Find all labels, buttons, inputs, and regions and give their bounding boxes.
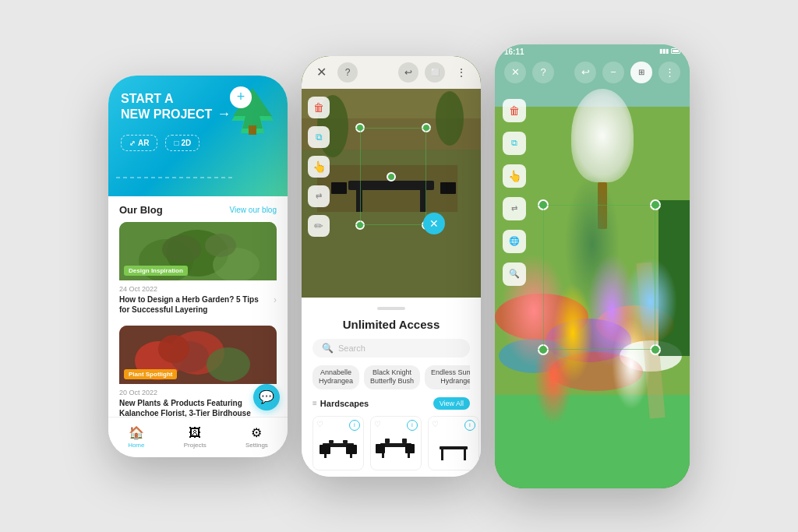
plant-pill-3[interactable]: Endless SummerHydrangea — [425, 365, 470, 389]
ar-handle-center[interactable] — [387, 172, 396, 181]
svg-rect-42 — [440, 446, 468, 449]
header-banner: START A NEW PROJECT → ⤢ AR □ 2D — [108, 76, 288, 196]
plant-pill-2[interactable]: Black KnightButterfly Bush — [364, 365, 420, 389]
svg-point-21 — [436, 91, 464, 146]
flip-btn-3[interactable]: ⇄ — [503, 197, 526, 220]
nav-home[interactable]: 🏠 Home — [128, 425, 144, 449]
badge-2: Plant Spotlight — [124, 369, 177, 379]
grid-icon-3[interactable]: ⊞ — [630, 62, 652, 83]
svg-rect-24 — [356, 190, 362, 212]
p3-line-left — [543, 205, 544, 350]
gesture-btn-3[interactable]: 👆 — [503, 164, 526, 188]
svg-point-9 — [162, 235, 201, 263]
delete-btn-3[interactable]: 🗑 — [503, 99, 526, 122]
phone3-toolbar: ✕ ? ↩ − ⊞ ⋮ — [495, 62, 690, 83]
nav-home-label: Home — [128, 442, 144, 449]
more-icon-3[interactable]: ⋮ — [659, 62, 680, 83]
search-icon: 🔍 — [322, 343, 334, 354]
info-icon-2[interactable]: i — [407, 420, 418, 431]
phone-2: ✕ ? ↩ ⬜ ⋮ 🗑 ⧉ 👆 ⇄ ✏ — [302, 56, 481, 477]
search-bar[interactable]: 🔍 Search — [312, 339, 470, 358]
phone-3: 16:11 ▮▮▮ ✕ ? ↩ − ⊞ ⋮ — [495, 44, 690, 488]
svg-rect-38 — [376, 444, 385, 453]
furniture-item-1[interactable]: ♡ i — [312, 416, 364, 470]
toolbar-left-icons: ✕ ? — [311, 62, 358, 83]
ar-toolbar-top: ✕ ? ↩ ⬜ ⋮ — [302, 56, 481, 89]
duplicate-button[interactable]: ⧉ — [308, 126, 330, 148]
ar-line-right — [425, 128, 426, 224]
phone3-icons-right: ↩ − ⊞ ⋮ — [574, 62, 680, 83]
help-icon-3[interactable]: ? — [532, 62, 554, 83]
ar-close-circle[interactable]: ✕ — [423, 213, 445, 234]
heart-icon-1[interactable]: ♡ — [316, 420, 323, 428]
more-icon[interactable]: ⋮ — [451, 62, 471, 83]
heart-icon-2[interactable]: ♡ — [374, 420, 381, 428]
ar-button[interactable]: ⤢ AR — [121, 135, 157, 151]
svg-point-15 — [207, 347, 250, 382]
p3-handle-br[interactable] — [650, 344, 661, 355]
heart-icon-3[interactable]: ♡ — [432, 420, 439, 428]
blog-card-2-image: Plant Spotlight — [119, 326, 277, 384]
search-btn-3[interactable]: 🔍 — [503, 262, 526, 286]
ar-2d-row: ⤢ AR □ 2D — [121, 135, 275, 151]
p3-line-top — [538, 205, 661, 206]
p3-line-right — [655, 205, 655, 350]
search-placeholder: Search — [338, 344, 365, 353]
chat-button[interactable]: 💬 — [253, 384, 280, 410]
ar-line-left — [360, 128, 361, 224]
edit-button[interactable]: ✏ — [308, 215, 330, 237]
svg-point-10 — [205, 234, 236, 257]
dashed-path — [116, 170, 233, 185]
flip-button[interactable]: ⇄ — [308, 185, 330, 207]
furniture-preview-1 — [318, 432, 358, 465]
svg-rect-33 — [329, 440, 334, 443]
svg-rect-2 — [249, 125, 256, 135]
blog-card-1-arrow: › — [274, 294, 277, 305]
phones-container: START A NEW PROJECT → ⤢ AR □ 2D — [0, 0, 798, 532]
blog-card-1[interactable]: Design Inspiration 24 Oct 2022 How to De… — [119, 222, 277, 318]
ar-icon: ⤢ — [129, 139, 136, 147]
toolbar-right-icons: ↩ ⬜ ⋮ — [398, 62, 471, 83]
help-icon[interactable]: ? — [337, 62, 358, 83]
svg-rect-32 — [346, 445, 357, 454]
blog-card-2[interactable]: Plant Spotlight 20 Oct 2022 New Plants &… — [119, 326, 277, 432]
blog-card-1-body: 24 Oct 2022 How to Design a Herb Garden?… — [119, 280, 277, 318]
info-icon-3[interactable]: i — [464, 420, 475, 431]
gesture-button[interactable]: 👆 — [308, 156, 330, 178]
globe-btn-3[interactable]: 🌐 — [503, 230, 526, 253]
add-button[interactable]: + — [230, 86, 252, 108]
svg-rect-43 — [441, 449, 443, 460]
info-icon-1[interactable]: i — [349, 420, 360, 431]
phone3-sidebar: 🗑 ⧉ 👆 ⇄ 🌐 🔍 — [503, 99, 526, 286]
svg-rect-39 — [405, 444, 415, 453]
undo-icon[interactable]: ↩ — [398, 62, 418, 83]
phone3-icons-left: ✕ ? — [504, 62, 554, 83]
plant-pill-1[interactable]: AnnabelleHydrangea — [312, 365, 359, 389]
ar-line-top — [355, 128, 431, 129]
nav-settings[interactable]: ⚙ Settings — [245, 425, 268, 449]
furniture-item-2[interactable]: ♡ i — [370, 416, 422, 470]
svg-rect-44 — [464, 449, 466, 460]
bottom-nav: 🏠 Home 🖼 Projects ⚙ Settings — [108, 417, 288, 457]
nav-projects[interactable]: 🖼 Projects — [184, 426, 207, 449]
view-all-button[interactable]: View All — [433, 397, 470, 410]
undo-icon-3[interactable]: ↩ — [574, 62, 596, 83]
blog-card-1-image: Design Inspiration — [119, 222, 277, 280]
2d-button[interactable]: □ 2D — [165, 135, 200, 151]
furniture-item-3[interactable]: ♡ i — [428, 416, 479, 470]
signal-icon: ▮▮▮ — [659, 48, 669, 55]
nav-settings-label: Settings — [245, 442, 268, 449]
blog-link[interactable]: View our blog — [230, 206, 277, 214]
settings-icon: ⚙ — [251, 425, 262, 440]
plant-pills: AnnabelleHydrangea Black KnightButterfly… — [312, 365, 470, 389]
close-icon-3[interactable]: ✕ — [504, 62, 526, 83]
delete-button[interactable]: 🗑 — [308, 97, 330, 118]
hardscapes-header: ≡ Hardscapes View All — [312, 397, 470, 410]
furniture-items: ♡ i ♡ i — [312, 416, 470, 470]
close-icon[interactable]: ✕ — [311, 62, 331, 83]
minus-icon-3[interactable]: − — [602, 62, 624, 83]
duplicate-btn-3[interactable]: ⧉ — [503, 132, 526, 155]
phone-1: START A NEW PROJECT → ⤢ AR □ 2D — [108, 76, 288, 457]
blog-card-1-date: 24 Oct 2022 — [119, 285, 277, 293]
badge-1: Design Inspiration — [124, 266, 188, 276]
